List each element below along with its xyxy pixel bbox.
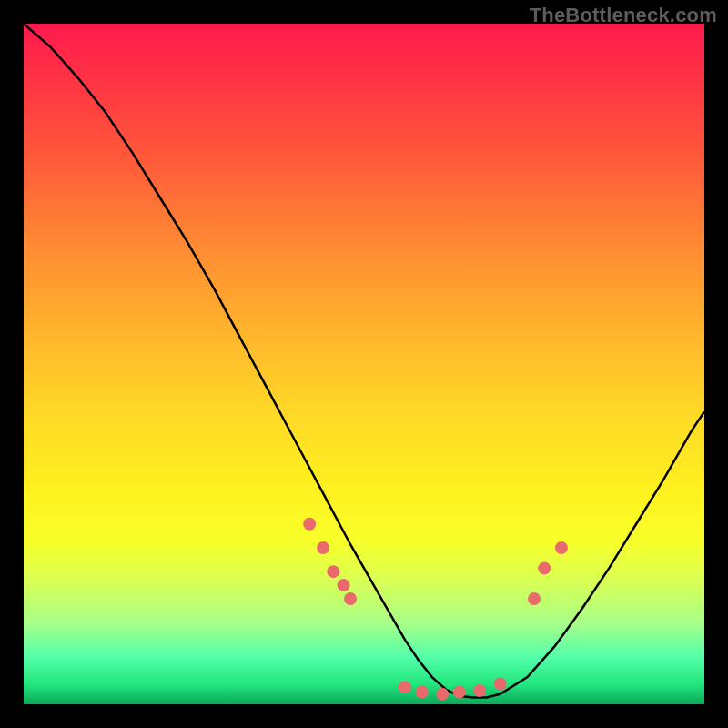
data-point — [338, 579, 350, 592]
bottleneck-curve — [24, 24, 704, 698]
data-point — [528, 592, 541, 605]
data-point — [344, 592, 357, 605]
data-point — [317, 541, 329, 554]
watermark-text: TheBottleneck.com — [530, 4, 717, 27]
data-point — [416, 686, 429, 699]
data-points-group — [303, 518, 568, 701]
data-point — [303, 518, 316, 531]
data-point — [453, 686, 466, 699]
data-point — [538, 561, 551, 574]
chart-overlay — [24, 24, 704, 704]
data-point — [436, 688, 449, 701]
data-point — [494, 678, 507, 691]
data-point — [555, 541, 568, 554]
data-point — [473, 684, 486, 697]
data-point — [327, 565, 339, 578]
data-point — [399, 681, 411, 693]
chart-frame: TheBottleneck.com — [0, 0, 728, 728]
